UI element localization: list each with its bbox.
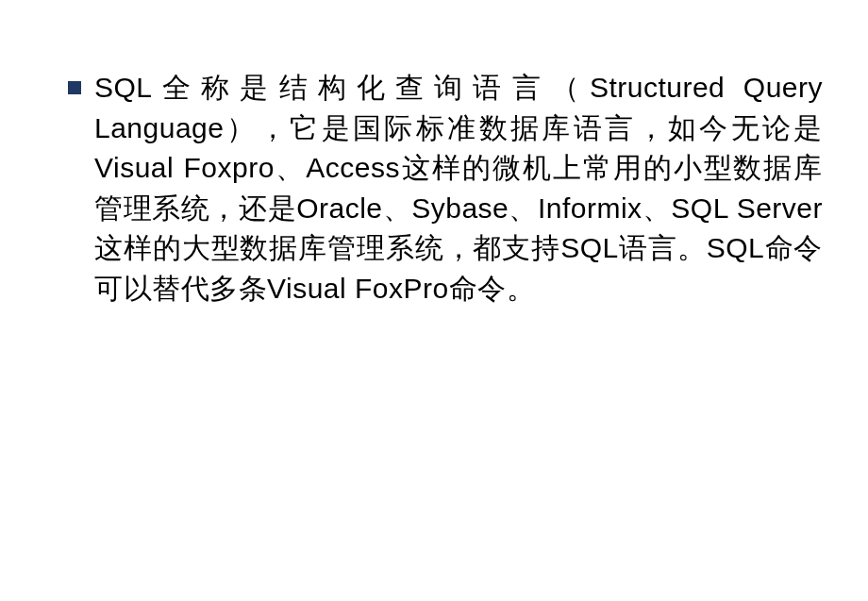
bullet-item: SQL全称是结构化查询语言（Structured Query Language）…: [68, 68, 823, 309]
bullet-text: SQL全称是结构化查询语言（Structured Query Language）…: [94, 68, 823, 309]
slide-content: SQL全称是结构化查询语言（Structured Query Language）…: [0, 0, 868, 355]
bullet-marker-icon: [68, 81, 81, 94]
